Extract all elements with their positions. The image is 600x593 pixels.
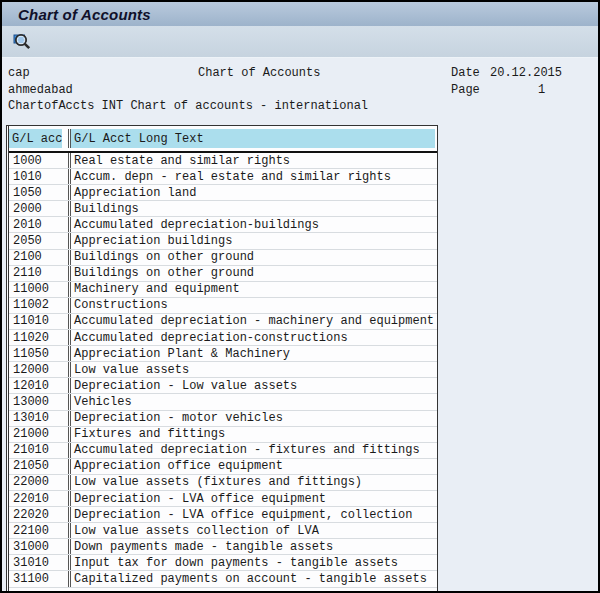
cell-gl-acct: 22020 xyxy=(9,507,71,522)
table-row[interactable]: 13000 Vehicles xyxy=(9,394,437,410)
column-header-acct-wrap: G/L acct xyxy=(9,129,71,148)
cell-gl-acct: 11010 xyxy=(9,314,71,329)
window-titlebar: Chart of Accounts xyxy=(2,2,598,26)
cell-gl-acct-long-text: Appreciation office equipment xyxy=(71,459,437,474)
table-row[interactable]: 11020 Accumulated depreciation-construct… xyxy=(9,330,437,346)
table-row[interactable]: 2050 Appreciation buildings xyxy=(9,233,437,249)
cell-gl-acct: 2110 xyxy=(9,266,71,281)
table-row[interactable]: 31000 Down payments made - tangible asse… xyxy=(9,539,437,555)
cell-gl-acct: 2100 xyxy=(9,250,71,265)
cell-gl-acct: 1010 xyxy=(9,169,71,184)
cell-gl-acct: 13000 xyxy=(9,394,71,409)
cell-gl-acct-long-text: Accumulated depreciation - machinery and… xyxy=(71,314,437,329)
cell-gl-acct-long-text: Vehicles xyxy=(71,394,437,409)
report-location: ahmedabad xyxy=(8,83,73,97)
column-header-name-wrap: G/L Acct Long Text xyxy=(71,129,437,148)
cell-gl-acct-long-text: Capitalized payments on account - tangib… xyxy=(71,571,437,586)
page-label: Page xyxy=(451,83,480,97)
table-row[interactable]: 1000 Real estate and similar rights xyxy=(9,153,437,169)
table-row[interactable]: 22000 Low value assets (fixtures and fit… xyxy=(9,475,437,491)
date-value: 20.12.2015 xyxy=(490,66,562,80)
find-button[interactable] xyxy=(10,31,34,53)
cell-gl-acct: 11002 xyxy=(9,298,71,313)
cell-gl-acct: 31100 xyxy=(9,571,71,586)
cell-gl-acct-long-text: Depreciation - LVA office equipment, col… xyxy=(71,507,437,522)
sap-window: Chart of Accounts cap Chart of Accounts … xyxy=(0,0,600,593)
cell-gl-acct-long-text: Appreciation buildings xyxy=(71,233,437,248)
page-value: 1 xyxy=(538,83,545,97)
search-icon xyxy=(13,33,32,51)
table-row[interactable]: 2010 Accumulated depreciation-buildings xyxy=(9,217,437,233)
cell-gl-acct-long-text: Buildings on other ground xyxy=(71,250,437,265)
cell-gl-acct: 21000 xyxy=(9,427,71,442)
table-row[interactable]: 21050 Appreciation office equipment xyxy=(9,459,437,475)
table-row[interactable]: 13010 Depreciation - motor vehicles xyxy=(9,411,437,427)
toolbar xyxy=(2,26,598,58)
cell-gl-acct-long-text: Appreciation Plant & Machinery xyxy=(71,346,437,361)
cell-gl-acct-long-text: Machinery and equipment xyxy=(71,282,437,297)
cell-gl-acct: 22010 xyxy=(9,491,71,506)
table-row[interactable]: 2000 Buildings xyxy=(9,201,437,217)
table-row[interactable]: 11000 Machinery and equipment xyxy=(9,282,437,298)
cell-gl-acct: 21050 xyxy=(9,459,71,474)
table-row[interactable]: 22020 Depreciation - LVA office equipmen… xyxy=(9,507,437,523)
cell-gl-acct: 21010 xyxy=(9,443,71,458)
cell-gl-acct-long-text: Accumulated depreciation - fixtures and … xyxy=(71,443,437,458)
table-row[interactable]: 31010 Input tax for down payments - tang… xyxy=(9,555,437,571)
report-area: cap Chart of Accounts Date 20.12.2015 ah… xyxy=(2,58,598,591)
table-row[interactable]: 21000 Fixtures and fittings xyxy=(9,427,437,443)
column-header-acct[interactable]: G/L acct xyxy=(9,129,62,148)
report-user: cap xyxy=(8,66,30,80)
cell-gl-acct-long-text: Depreciation - motor vehicles xyxy=(71,411,437,426)
cell-gl-acct-long-text: Low value assets (fixtures and fittings) xyxy=(71,475,437,490)
cell-gl-acct: 12010 xyxy=(9,378,71,393)
table-row[interactable]: 2110 Buildings on other ground xyxy=(9,266,437,282)
accounts-table: G/L acct G/L Acct Long Text 1000 Real es… xyxy=(6,125,438,591)
table-row[interactable]: 22100 Low value assets collection of LVA xyxy=(9,523,437,539)
report-title: Chart of Accounts xyxy=(198,66,320,80)
cell-gl-acct-long-text: Constructions xyxy=(71,298,437,313)
cell-gl-acct: 11000 xyxy=(9,282,71,297)
table-row[interactable]: 1010 Accum. depn - real estate and simil… xyxy=(9,169,437,185)
table-row[interactable]: 2100 Buildings on other ground xyxy=(9,250,437,266)
table-row[interactable]: 11010 Accumulated depreciation - machine… xyxy=(9,314,437,330)
cell-gl-acct-long-text: Down payments made - tangible assets xyxy=(71,539,437,554)
cell-gl-acct-long-text: Accumulated depreciation-buildings xyxy=(71,217,437,232)
cell-gl-acct-long-text: Low value assets collection of LVA xyxy=(71,523,437,538)
table-row[interactable]: 21010 Accumulated depreciation - fixture… xyxy=(9,443,437,459)
cell-gl-acct: 11050 xyxy=(9,346,71,361)
cell-gl-acct-long-text: Buildings xyxy=(71,201,437,216)
page-title: Chart of Accounts xyxy=(18,6,151,23)
table-row[interactable]: 11050 Appreciation Plant & Machinery xyxy=(9,346,437,362)
cell-gl-acct-long-text: Appreciation land xyxy=(71,185,437,200)
cell-gl-acct: 31000 xyxy=(9,539,71,554)
table-row[interactable]: 22010 Depreciation - LVA office equipmen… xyxy=(9,491,437,507)
cell-gl-acct: 1050 xyxy=(9,185,71,200)
cell-gl-acct-long-text: Accumulated depreciation-constructions xyxy=(71,330,437,345)
report-subtitle: ChartofAccts INT Chart of accounts - int… xyxy=(8,99,368,113)
cell-gl-acct-long-text: Real estate and similar rights xyxy=(71,153,437,168)
table-row[interactable]: 12010 Depreciation - Low value assets xyxy=(9,378,437,394)
cell-gl-acct: 13010 xyxy=(9,411,71,426)
cell-gl-acct-long-text: Depreciation - Low value assets xyxy=(71,378,437,393)
cell-gl-acct-long-text: Fixtures and fittings xyxy=(71,427,437,442)
cell-gl-acct: 1000 xyxy=(9,153,71,168)
cell-gl-acct: 11020 xyxy=(9,330,71,345)
table-header-row: G/L acct G/L Acct Long Text xyxy=(9,126,437,153)
table-row[interactable]: 1050 Appreciation land xyxy=(9,185,437,201)
cell-gl-acct: 12000 xyxy=(9,362,71,377)
cell-gl-acct: 2000 xyxy=(9,201,71,216)
cell-gl-acct-long-text: Depreciation - LVA office equipment xyxy=(71,491,437,506)
table-row[interactable]: 12000 Low value assets xyxy=(9,362,437,378)
cell-gl-acct-long-text: Low value assets xyxy=(71,362,437,377)
table-body: 1000 Real estate and similar rights 1010… xyxy=(9,153,437,591)
table-row[interactable]: 11002 Constructions xyxy=(9,298,437,314)
date-label: Date xyxy=(451,66,480,80)
cell-gl-acct-long-text: Accum. depn - real estate and similar ri… xyxy=(71,169,437,184)
cell-gl-acct: 31010 xyxy=(9,555,71,570)
table-row[interactable]: 31100 Capitalized payments on account - … xyxy=(9,571,437,587)
cell-gl-acct-long-text: Input tax for down payments - tangible a… xyxy=(71,555,437,570)
cell-gl-acct: 2050 xyxy=(9,233,71,248)
cell-gl-acct: 22100 xyxy=(9,523,71,538)
column-header-name[interactable]: G/L Acct Long Text xyxy=(71,129,435,148)
